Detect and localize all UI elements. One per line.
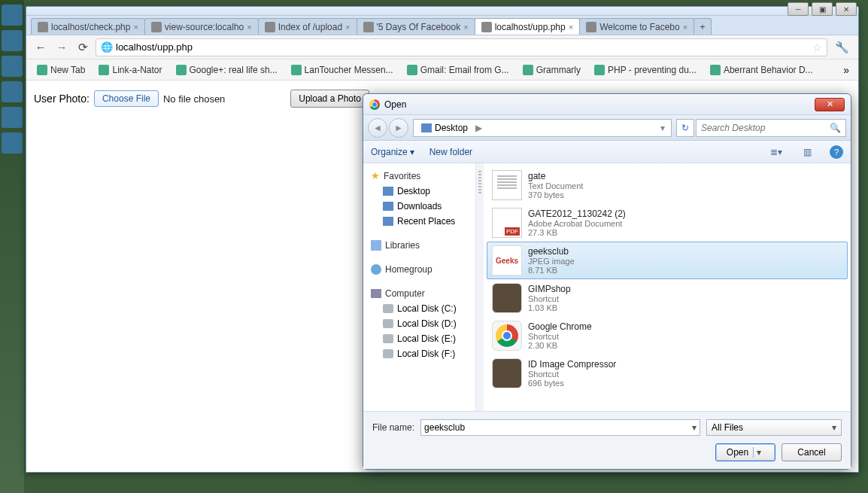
browser-tab[interactable]: localhost/check.php×: [31, 18, 145, 35]
close-icon[interactable]: ×: [133, 23, 138, 32]
desktop-shortcut[interactable]: [2, 81, 23, 102]
file-name: GIMPshop: [528, 284, 571, 294]
cancel-button[interactable]: Cancel: [782, 443, 842, 461]
browser-tab[interactable]: view-source:localho×: [144, 18, 259, 35]
file-item[interactable]: ID Image CompressorShortcut696 bytes: [487, 355, 848, 392]
close-icon[interactable]: ×: [247, 23, 251, 32]
desktop-shortcut[interactable]: [2, 5, 23, 26]
browser-tab[interactable]: Welcome to Facebo×: [579, 18, 694, 35]
close-icon[interactable]: ×: [463, 23, 468, 32]
close-icon[interactable]: ×: [683, 23, 687, 32]
bookmark-item[interactable]: Grammarly: [517, 62, 587, 78]
file-type: JPEG image: [528, 257, 575, 266]
bookmark-label: New Tab: [50, 65, 85, 75]
url-input[interactable]: [116, 41, 809, 53]
nav-item[interactable]: Downloads: [363, 199, 475, 214]
bookmark-item[interactable]: New Tab: [31, 62, 91, 78]
file-size: 8.71 KB: [528, 266, 575, 275]
dialog-titlebar[interactable]: Open ✕: [363, 94, 851, 115]
nav-item-label: Local Disk (E:): [397, 333, 456, 344]
reload-button[interactable]: ⟳: [74, 39, 91, 56]
breadcrumb-dropdown-icon[interactable]: ▾: [657, 123, 668, 133]
open-split-icon[interactable]: ▾: [753, 447, 764, 458]
nav-heading-computer[interactable]: Computer: [385, 288, 425, 299]
bookmarks-overflow-button[interactable]: »: [839, 64, 854, 76]
nav-item-drive[interactable]: Local Disk (C:): [363, 301, 475, 316]
file-size: 2.30 KB: [528, 341, 592, 350]
minimize-button[interactable]: ─: [788, 2, 809, 16]
search-input[interactable]: [701, 123, 827, 133]
close-icon[interactable]: ×: [569, 23, 573, 32]
bookmark-star-icon[interactable]: ☆: [812, 41, 822, 53]
upload-photo-button[interactable]: Upload a Photo: [290, 90, 369, 108]
chevron-right-icon[interactable]: ▶: [475, 123, 482, 133]
bookmark-label: Google+: real life sh...: [190, 65, 278, 75]
bookmark-item[interactable]: LanToucher Messen...: [285, 62, 399, 78]
back-button[interactable]: ←: [32, 39, 49, 56]
new-tab-button[interactable]: +: [693, 18, 712, 35]
nav-item[interactable]: Desktop: [363, 184, 475, 199]
search-box[interactable]: 🔍: [696, 119, 846, 137]
file-type: Adobe Acrobat Document: [528, 219, 626, 228]
file-item[interactable]: GIMPshopShortcut1.03 KB: [487, 279, 848, 317]
address-bar[interactable]: 🌐 ☆: [96, 38, 827, 56]
close-icon[interactable]: ×: [345, 23, 350, 32]
file-item[interactable]: Google ChromeShortcut2.30 KB: [487, 317, 848, 355]
bookmark-item[interactable]: PHP - preventing du...: [588, 62, 703, 78]
nav-forward-button[interactable]: ►: [389, 118, 408, 138]
desktop-shortcut[interactable]: [2, 56, 23, 77]
breadcrumb[interactable]: Desktop ▶ ▾: [413, 119, 672, 137]
libraries-icon: [371, 240, 381, 251]
desktop-shortcut[interactable]: [2, 30, 23, 51]
filename-combo[interactable]: ▾: [420, 419, 700, 436]
file-type-filter[interactable]: All Files ▾: [706, 419, 842, 436]
chrome-icon: [369, 99, 380, 110]
nav-item-label: Local Disk (D:): [397, 318, 457, 329]
forward-button[interactable]: →: [53, 39, 70, 56]
favicon: [363, 22, 374, 32]
nav-item[interactable]: Recent Places: [363, 214, 475, 229]
browser-tab[interactable]: '5 Days Of Facebook×: [357, 18, 475, 35]
new-folder-button[interactable]: New folder: [429, 147, 472, 157]
refresh-button[interactable]: ↻: [676, 119, 694, 137]
dialog-close-button[interactable]: ✕: [815, 98, 845, 111]
organize-menu[interactable]: Organize ▾: [371, 147, 414, 157]
settings-wrench-icon[interactable]: 🔧: [832, 41, 852, 54]
nav-heading-favorites[interactable]: Favorites: [384, 171, 420, 181]
drive-icon: [383, 334, 393, 343]
bookmark-item[interactable]: Link-a-Nator: [93, 62, 168, 78]
nav-item-drive[interactable]: Local Disk (E:): [363, 331, 475, 346]
pane-splitter[interactable]: [476, 163, 484, 411]
favicon: [710, 65, 721, 75]
chevron-down-icon[interactable]: ▾: [692, 422, 697, 433]
desktop-shortcut[interactable]: [2, 132, 23, 154]
nav-item-drive[interactable]: Local Disk (D:): [363, 316, 475, 331]
nav-heading-homegroup[interactable]: Homegroup: [385, 264, 432, 275]
bookmark-item[interactable]: Google+: real life sh...: [170, 62, 284, 78]
browser-tab[interactable]: localhost/upp.php×: [475, 18, 581, 35]
file-item[interactable]: GATE2012_1130242 (2)Adobe Acrobat Docume…: [487, 204, 848, 242]
help-button[interactable]: ?: [830, 145, 843, 159]
file-item[interactable]: gateText Document370 bytes: [487, 166, 848, 204]
bookmark-item[interactable]: Aberrant Behavior D...: [704, 62, 819, 78]
nav-item-drive[interactable]: Local Disk (F:): [363, 346, 475, 361]
bookmark-item[interactable]: Gmail: Email from G...: [401, 62, 515, 78]
breadcrumb-segment[interactable]: Desktop: [435, 123, 468, 133]
window-titlebar[interactable]: ─ ▣ ✕: [26, 7, 858, 16]
bookmark-label: LanToucher Messen...: [305, 65, 393, 75]
close-button[interactable]: ✕: [836, 2, 857, 16]
browser-tab[interactable]: Index of /upload×: [258, 18, 357, 35]
choose-file-button[interactable]: Choose File: [94, 90, 159, 107]
view-options-button[interactable]: ≣▾: [767, 145, 785, 159]
preview-pane-button[interactable]: ▥: [800, 145, 815, 159]
file-item[interactable]: GeeksgeeksclubJPEG image8.71 KB: [487, 242, 848, 279]
file-list[interactable]: gateText Document370 bytesGATE2012_11302…: [484, 163, 851, 411]
nav-back-button[interactable]: ◄: [368, 118, 387, 138]
maximize-button[interactable]: ▣: [812, 2, 833, 16]
filename-input[interactable]: [424, 422, 692, 433]
open-button[interactable]: Open ▾: [715, 443, 775, 461]
folder-icon: [383, 202, 393, 211]
desktop-shortcut[interactable]: [2, 107, 23, 128]
nav-heading-libraries[interactable]: Libraries: [385, 240, 420, 251]
file-size: 27.3 KB: [528, 228, 626, 237]
